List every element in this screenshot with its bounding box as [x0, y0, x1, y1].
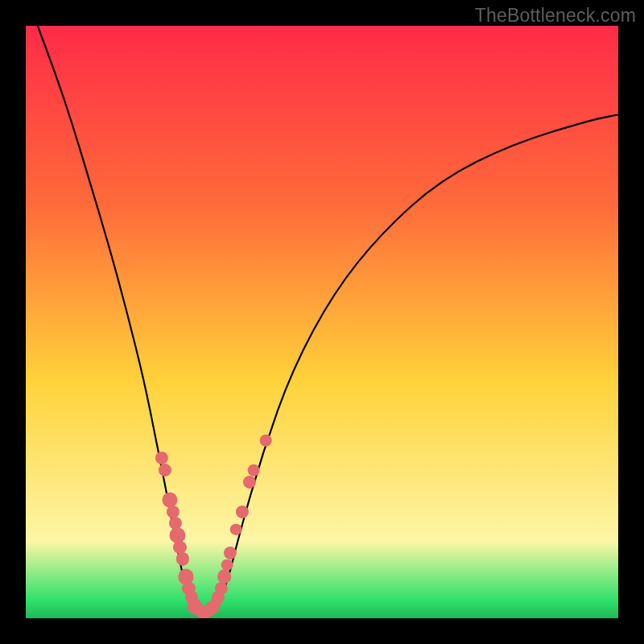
marker-dot [260, 435, 272, 447]
marker-dot [230, 523, 242, 535]
chart-frame: TheBottleneck.com [0, 0, 644, 644]
marker-dot [221, 559, 233, 571]
bottleneck-curve [26, 26, 618, 618]
marker-dot [217, 570, 232, 584]
watermark-text: TheBottleneck.com [475, 5, 636, 27]
marker-dot [248, 464, 260, 477]
plot-area [26, 26, 618, 618]
